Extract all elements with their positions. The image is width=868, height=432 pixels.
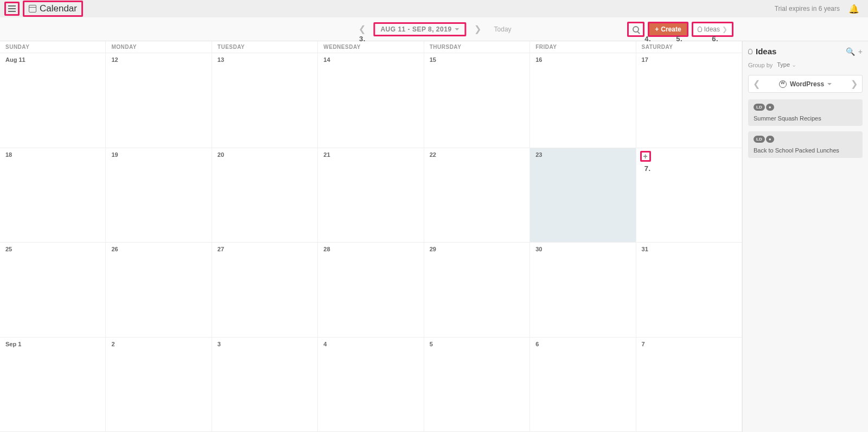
- chevron-right-icon[interactable]: ❯: [851, 79, 858, 89]
- source-label-wrap: WordPress: [779, 80, 832, 88]
- week-row: 181920212223+7.24: [0, 148, 742, 243]
- caret-down-icon: [827, 83, 832, 85]
- weeks-container: Aug 11121314151617181920212223+7.2425262…: [0, 53, 742, 432]
- chevron-down-icon: ⌄: [792, 61, 796, 68]
- day-cell[interactable]: 18: [0, 148, 106, 243]
- idea-card[interactable]: LD ● Summer Squash Recipes: [748, 99, 863, 126]
- ideas-sidebar: Ideas 🔍 + Group by Type ⌄ ❮ WordPress ❯ …: [742, 41, 868, 432]
- search-button[interactable]: [627, 22, 644, 37]
- search-icon: [633, 26, 639, 33]
- source-selector[interactable]: ❮ WordPress ❯: [748, 75, 863, 93]
- toolbar: ❮ AUG 11 - SEP 8, 2019 ❯ Today + Create …: [0, 17, 868, 41]
- notifications-icon[interactable]: 🔔: [848, 4, 859, 14]
- day-header: WEDNESDAY: [318, 41, 424, 53]
- week-row: Sep 1234567: [0, 338, 742, 433]
- week-row: Aug 11121314151617: [0, 53, 742, 148]
- date-range-text: AUG 11 - SEP 8, 2019: [380, 26, 451, 33]
- toolbar-right: + Create Ideas ❯: [627, 22, 868, 37]
- day-cell[interactable]: 28: [318, 243, 424, 337]
- day-header: SUNDAY: [0, 41, 106, 53]
- day-cell[interactable]: Aug 11: [0, 53, 106, 148]
- day-cell[interactable]: 5: [424, 338, 530, 432]
- calendar-icon: [29, 5, 36, 12]
- prev-range-button[interactable]: ❮: [356, 22, 368, 36]
- day-cell[interactable]: 6: [530, 338, 636, 432]
- main: SUNDAY MONDAY TUESDAY WEDNESDAY THURSDAY…: [0, 41, 868, 432]
- day-cell[interactable]: 27: [212, 243, 318, 337]
- day-cell[interactable]: 26: [106, 243, 212, 337]
- idea-badge: LD: [754, 136, 765, 143]
- wordpress-badge-icon: ●: [766, 104, 774, 111]
- source-label: WordPress: [790, 80, 824, 88]
- day-header: MONDAY: [106, 41, 212, 53]
- trial-expiry-text: Trial expires in 6 years: [775, 5, 840, 12]
- chevron-right-icon: ❯: [722, 26, 727, 33]
- day-cell[interactable]: 3: [212, 338, 318, 432]
- calendar-grid: SUNDAY MONDAY TUESDAY WEDNESDAY THURSDAY…: [0, 41, 742, 432]
- day-cell[interactable]: 15: [424, 53, 530, 148]
- group-by-row: Group by Type ⌄: [748, 61, 863, 68]
- toolbar-center: ❮ AUG 11 - SEP 8, 2019 ❯ Today: [356, 22, 511, 36]
- ideas-search-icon[interactable]: 🔍: [846, 47, 855, 56]
- day-cell[interactable]: Sep 1: [0, 338, 106, 432]
- create-label: Create: [661, 26, 681, 33]
- ideas-title: Ideas: [756, 47, 843, 56]
- top-header: Calendar Trial expires in 6 years 🔔 1. 2…: [0, 0, 868, 17]
- day-cell[interactable]: 19: [106, 148, 212, 243]
- day-headers-row: SUNDAY MONDAY TUESDAY WEDNESDAY THURSDAY…: [0, 41, 742, 53]
- chevron-left-icon[interactable]: ❮: [753, 79, 760, 89]
- idea-title: Summer Squash Recipes: [754, 115, 857, 122]
- day-cell[interactable]: 20: [212, 148, 318, 243]
- page-title: Calendar: [40, 3, 77, 14]
- day-cell[interactable]: 7: [636, 338, 742, 432]
- day-cell[interactable]: 12: [106, 53, 212, 148]
- date-range-selector[interactable]: AUG 11 - SEP 8, 2019: [373, 22, 466, 36]
- next-range-button[interactable]: ❯: [472, 22, 483, 36]
- day-cell[interactable]: 31: [636, 243, 742, 337]
- day-cell[interactable]: 17: [636, 53, 742, 148]
- day-cell[interactable]: 24: [636, 148, 742, 243]
- day-header: THURSDAY: [424, 41, 530, 53]
- plus-icon: +: [655, 26, 659, 33]
- idea-badges: LD ●: [754, 136, 857, 143]
- today-button[interactable]: Today: [494, 26, 512, 33]
- calendar-title-button[interactable]: Calendar: [23, 1, 83, 17]
- hamburger-icon: [8, 5, 16, 12]
- lightbulb-icon: [748, 49, 752, 54]
- wordpress-badge-icon: ●: [766, 136, 774, 143]
- menu-button[interactable]: [4, 2, 20, 16]
- ideas-header: Ideas 🔍 +: [748, 47, 863, 56]
- day-header: SATURDAY: [636, 41, 742, 53]
- day-cell[interactable]: 16: [530, 53, 636, 148]
- caret-down-icon: [455, 28, 459, 30]
- idea-card[interactable]: LD ● Back to School Packed Lunches: [748, 131, 863, 158]
- day-cell[interactable]: 22: [424, 148, 530, 243]
- day-cell[interactable]: 4: [318, 338, 424, 432]
- day-cell[interactable]: 30: [530, 243, 636, 337]
- wordpress-icon: [779, 80, 787, 88]
- idea-badges: LD ●: [754, 104, 857, 111]
- group-by-selector[interactable]: Type ⌄: [777, 61, 796, 68]
- day-cell[interactable]: 23+7.: [530, 148, 636, 243]
- lightbulb-icon: [698, 27, 702, 32]
- day-cell[interactable]: 13: [212, 53, 318, 148]
- day-header: TUESDAY: [212, 41, 318, 53]
- week-row: 25262728293031: [0, 243, 742, 338]
- idea-badge: LD: [754, 104, 765, 111]
- group-by-label: Group by: [748, 62, 773, 68]
- idea-title: Back to School Packed Lunches: [754, 147, 857, 154]
- day-cell[interactable]: 21: [318, 148, 424, 243]
- day-cell[interactable]: 25: [0, 243, 106, 337]
- day-header: FRIDAY: [530, 41, 636, 53]
- day-cell[interactable]: 2: [106, 338, 212, 432]
- add-item-button[interactable]: +: [640, 151, 651, 162]
- day-cell[interactable]: 14: [318, 53, 424, 148]
- ideas-add-button[interactable]: +: [858, 47, 863, 56]
- ideas-label: Ideas: [704, 26, 720, 33]
- day-cell[interactable]: 29: [424, 243, 530, 337]
